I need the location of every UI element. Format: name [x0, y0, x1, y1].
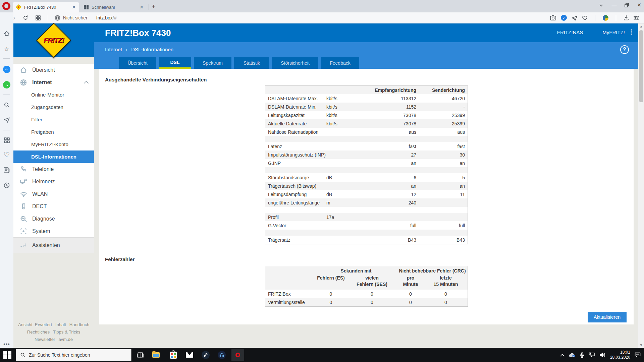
minimize-icon[interactable]: — — [611, 2, 616, 8]
extension-icon[interactable] — [603, 15, 608, 21]
section-title-connection: Ausgehandelte Verbindungseigenschaften — [105, 77, 207, 82]
header-menu-kebab-icon[interactable]: ⋮ — [628, 28, 634, 36]
file-explorer-icon[interactable] — [151, 350, 161, 360]
taskbar-clock[interactable]: 18:01 28.03.2020 — [610, 350, 630, 360]
new-tab-button[interactable]: + — [152, 3, 156, 10]
nav-telefonie[interactable]: Telefonie — [13, 163, 94, 175]
system-icon — [19, 227, 28, 236]
nav-system[interactable]: System — [13, 225, 94, 237]
nav-dsl-informationen[interactable]: DSL-Informationen — [13, 150, 94, 163]
breadcrumb-page: DSL-Informationen — [131, 47, 173, 52]
nav-assistenten[interactable]: Assistenten — [13, 237, 94, 253]
footer-link-avmde[interactable]: avm.de — [58, 337, 73, 342]
fritz-favicon — [16, 4, 21, 10]
my-flow-icon[interactable] — [572, 15, 577, 21]
url-field[interactable]: fritz.box/# — [96, 15, 117, 20]
nav-filter[interactable]: Filter — [13, 113, 94, 126]
nav-freigaben[interactable]: Freigaben — [13, 126, 94, 138]
start-button[interactable] — [3, 351, 11, 359]
page-scrollbar[interactable]: ▲ ▼ — [638, 23, 644, 348]
scrollbar-up-arrow[interactable]: ▲ — [638, 23, 644, 29]
tab-spektrum[interactable]: Spektrum — [194, 57, 231, 69]
steam-icon[interactable] — [200, 350, 211, 360]
close-window-icon[interactable]: ✕ — [637, 2, 641, 8]
myfritz-link[interactable]: MyFRITZ! — [602, 29, 625, 35]
easy-setup-sliders-icon[interactable] — [634, 15, 639, 20]
table-row: Profil 17a — [265, 213, 468, 221]
favorites-heart-icon[interactable]: ♡ — [3, 151, 11, 159]
nav-internet[interactable]: Internet — [13, 76, 94, 88]
nav-wlan[interactable]: WLAN — [13, 188, 94, 200]
downloads-icon[interactable] — [624, 15, 629, 20]
tray-expand-chevron-icon[interactable] — [560, 354, 565, 357]
scrollbar-thumb[interactable] — [639, 30, 643, 102]
messenger-icon[interactable] — [3, 65, 11, 73]
tab-close-icon[interactable]: ✕ — [72, 4, 76, 10]
footer-link-newsletter[interactable]: Newsletter — [35, 337, 55, 342]
tab-uebersicht[interactable]: Übersicht — [119, 57, 156, 69]
footer-link-rechtliches[interactable]: Rechtliches — [27, 329, 50, 335]
news-icon[interactable] — [3, 166, 11, 174]
forward-icon[interactable]: › — [13, 14, 15, 21]
bookmark-heart-icon[interactable] — [582, 15, 588, 20]
extensions-grid-icon[interactable] — [3, 136, 11, 144]
scrollbar-down-arrow[interactable]: ▼ — [638, 342, 644, 348]
footer-link-tipps[interactable]: Tipps & Tricks — [53, 329, 80, 335]
network-ethernet-icon[interactable] — [589, 352, 595, 358]
speeddial-icon[interactable] — [36, 15, 41, 20]
snapshot-camera-icon[interactable] — [550, 15, 556, 20]
nav-online-monitor[interactable]: Online-Monitor — [13, 88, 94, 101]
nav-uebersicht[interactable]: Übersicht — [13, 64, 94, 76]
reload-icon[interactable] — [23, 15, 28, 20]
sidebar-settings-dots-icon[interactable]: ••• — [3, 340, 11, 348]
whatsapp-icon[interactable] — [3, 81, 11, 89]
error-table-row: Vermittlungsstelle 0 0 0 0 — [265, 298, 468, 306]
history-clock-icon[interactable] — [3, 181, 11, 189]
nav-heimnetz[interactable]: Heimnetz — [13, 175, 94, 188]
tab-feedback[interactable]: Feedback — [321, 57, 359, 69]
microsoft-store-icon[interactable] — [168, 350, 179, 360]
tab-search-icon[interactable] — [599, 3, 603, 7]
microphone-icon[interactable] — [580, 352, 584, 358]
nav-zugangsdaten[interactable]: Zugangsdaten — [13, 101, 94, 113]
taskbar-search-box[interactable]: Zur Suche Text hier eingeben — [16, 349, 131, 361]
globe-icon — [19, 78, 28, 87]
mail-icon[interactable] — [184, 350, 195, 360]
help-icon[interactable]: ? — [620, 45, 629, 54]
footer-link-inhalt[interactable]: Inhalt — [55, 322, 66, 327]
table-row: Impulsstörungsschutz (INP) 27 30 — [265, 150, 468, 159]
volume-speaker-icon[interactable] — [599, 352, 606, 358]
speed-dial-home-icon[interactable] — [3, 29, 11, 38]
table-row — [265, 230, 468, 236]
nav-diagnose[interactable]: Diagnose — [13, 213, 94, 225]
search-icon[interactable] — [3, 101, 11, 109]
nav-myfritz-konto[interactable]: MyFRITZ!-Konto — [13, 138, 94, 150]
nav-dect[interactable]: DECT — [13, 200, 94, 213]
browser-tab-active[interactable]: FRITZ!Box 7430 ✕ — [13, 2, 79, 12]
footer-link-handbuch[interactable]: Handbuch — [69, 322, 89, 327]
action-center-icon[interactable] — [635, 352, 641, 358]
opera-menu-button[interactable] — [2, 2, 10, 10]
verified-badge-icon[interactable]: ✓ — [561, 15, 567, 21]
tab-close-icon[interactable]: ✕ — [140, 4, 144, 10]
tab-statistik[interactable]: Statistik — [234, 57, 269, 69]
voice-app-icon[interactable] — [216, 350, 227, 360]
tab-stoersicherheit[interactable]: Störsicherheit — [272, 57, 318, 69]
error-table-sub-header: Fehlern (ES) vielenFehlern (SES) proMinu… — [265, 274, 468, 290]
browser-tab-schnellwahl[interactable]: Schnellwahl ✕ — [80, 2, 147, 12]
refresh-button[interactable]: Aktualisieren — [588, 312, 627, 322]
table-row: G.Vector full full — [265, 221, 468, 230]
footer-link-ansicht[interactable]: Ansicht: Erweitert — [18, 322, 52, 327]
opera-taskbar-icon[interactable] — [231, 349, 244, 361]
fritznas-link[interactable]: FRITZ!NAS — [557, 29, 583, 35]
my-flow-send-icon[interactable] — [3, 116, 11, 124]
task-view-icon[interactable] — [135, 350, 146, 360]
restore-icon[interactable] — [625, 3, 629, 7]
main-nav: Übersicht Internet Online-Monitor Zugang… — [13, 64, 94, 251]
site-security-chip[interactable]: Nicht sicher — [55, 15, 88, 21]
onedrive-cloud-icon[interactable] — [569, 353, 576, 357]
breadcrumb-section[interactable]: Internet — [105, 47, 122, 52]
address-bar: ‹ › Nicht sicher fritz.box/# ✓ — [0, 12, 644, 23]
tab-dsl[interactable]: DSL — [159, 57, 191, 69]
bookmarks-star-icon[interactable]: ☆ — [3, 45, 11, 53]
